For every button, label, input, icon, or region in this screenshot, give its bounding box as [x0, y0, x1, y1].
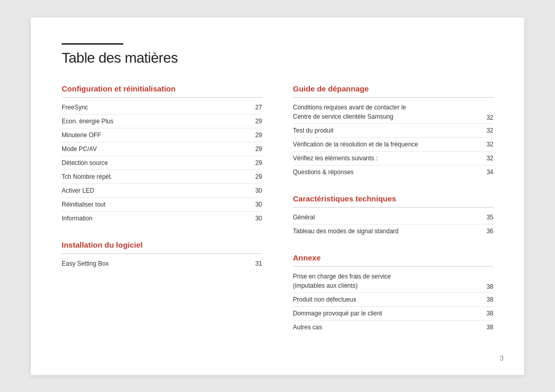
- section-caracteristiques-title: Caractéristiques techniques: [293, 194, 493, 203]
- item-label: Général: [293, 213, 483, 222]
- list-item: Activer LED 30: [62, 184, 262, 198]
- list-item: Produit non défectueux 38: [293, 293, 493, 307]
- item-label: Produit non défectueux: [293, 295, 483, 304]
- list-item: Information 30: [62, 212, 262, 225]
- item-page: 31: [252, 260, 262, 267]
- item-page: 32: [483, 127, 493, 134]
- item-page: 36: [483, 228, 493, 235]
- item-label: Activer LED: [62, 186, 252, 195]
- section-config-title: Configuration et réinitialisation: [62, 84, 262, 93]
- item-label: Questions & réponses: [293, 167, 483, 177]
- item-label: Information: [62, 214, 252, 223]
- section-config-divider: [62, 97, 262, 98]
- page-title: Table des matières: [62, 50, 493, 66]
- list-item: Mode PC/AV 29: [62, 142, 262, 156]
- item-page: 29: [252, 159, 262, 166]
- item-page: 29: [252, 132, 262, 139]
- item-label-line1: Conditions requises avant de contacter l…: [293, 104, 406, 111]
- content-grid: Configuration et réinitialisation FreeSy…: [62, 84, 493, 349]
- item-label-line1: Prise en charge des frais de service: [293, 273, 391, 280]
- list-item: Tch Nombre répét. 29: [62, 170, 262, 184]
- section-guide-divider: [293, 97, 493, 98]
- item-label: Mode PC/AV: [62, 144, 252, 154]
- page-title-area: Table des matières: [62, 43, 493, 66]
- item-label: Easy Setting Box: [62, 259, 252, 268]
- list-item: Questions & réponses 34: [293, 165, 493, 179]
- item-page: 38: [483, 283, 493, 290]
- list-item: Général 35: [293, 211, 493, 225]
- item-page: 32: [483, 141, 493, 148]
- multiline-row: Prise en charge des frais de service (im…: [293, 272, 493, 290]
- section-caracteristiques: Caractéristiques techniques Général 35 T…: [293, 194, 493, 238]
- item-label: Vérifiez les éléments suivants :: [293, 154, 483, 163]
- list-item: Détection source 29: [62, 156, 262, 170]
- list-item: Dommage provoqué par le client 38: [293, 307, 493, 321]
- item-page: 35: [483, 214, 493, 221]
- list-item: Vérifiez les éléments suivants : 32: [293, 152, 493, 165]
- left-column: Configuration et réinitialisation FreeSy…: [62, 84, 262, 349]
- item-page: 38: [483, 324, 493, 331]
- item-label: Réinitialiser tout: [62, 200, 252, 209]
- list-item: Test du produit 32: [293, 124, 493, 138]
- item-page: 30: [252, 215, 262, 222]
- page-number: 3: [499, 354, 504, 362]
- page-container: Table des matières Configuration et réin…: [31, 17, 524, 375]
- section-annexe: Annexe Prise en charge des frais de serv…: [293, 253, 493, 334]
- section-guide: Guide de dépannage Conditions requises a…: [293, 84, 493, 179]
- item-page: 30: [252, 201, 262, 208]
- item-label: Econ. énergie Plus: [62, 117, 252, 126]
- section-installation: Installation du logiciel Easy Setting Bo…: [62, 240, 262, 270]
- item-label: Autres cas: [293, 323, 483, 332]
- item-label: Détection source: [62, 158, 252, 167]
- list-item: Econ. énergie Plus 29: [62, 115, 262, 128]
- item-page: 32: [483, 114, 493, 121]
- section-config: Configuration et réinitialisation FreeSy…: [62, 84, 262, 225]
- list-item: Vérification de la résolution et de la f…: [293, 138, 493, 152]
- section-installation-divider: [62, 253, 262, 254]
- section-caracteristiques-divider: [293, 207, 493, 208]
- section-annexe-divider: [293, 266, 493, 267]
- item-label: FreeSync: [62, 103, 252, 112]
- item-label: Test du produit: [293, 126, 483, 135]
- item-page: 34: [483, 169, 493, 176]
- item-page: 30: [252, 187, 262, 194]
- item-page: 32: [483, 155, 493, 162]
- section-installation-title: Installation du logiciel: [62, 240, 262, 249]
- section-guide-title: Guide de dépannage: [293, 84, 493, 93]
- list-item: Autres cas 38: [293, 321, 493, 334]
- item-label: Tableau des modes de signal standard: [293, 227, 483, 236]
- section-annexe-title: Annexe: [293, 253, 493, 262]
- item-label: Vérification de la résolution et de la f…: [293, 140, 483, 149]
- list-item: Minuterie OFF 29: [62, 128, 262, 142]
- item-label: Minuterie OFF: [62, 130, 252, 140]
- list-item: Conditions requises avant de contacter l…: [293, 101, 493, 124]
- item-page: 29: [252, 118, 262, 125]
- item-page: 29: [252, 145, 262, 153]
- right-column: Guide de dépannage Conditions requises a…: [293, 84, 493, 349]
- item-label-line2: Centre de service clientèle Samsung: [293, 113, 393, 120]
- item-label: Tch Nombre répét.: [62, 172, 252, 181]
- list-item: FreeSync 27: [62, 101, 262, 115]
- item-page: 38: [483, 296, 493, 303]
- item-page: 29: [252, 173, 262, 180]
- item-label-multiline: Prise en charge des frais de service (im…: [293, 272, 483, 290]
- multiline-row: Conditions requises avant de contacter l…: [293, 103, 493, 121]
- list-item: Easy Setting Box 31: [62, 257, 262, 270]
- list-item: Prise en charge des frais de service (im…: [293, 270, 493, 293]
- list-item: Réinitialiser tout 30: [62, 198, 262, 212]
- title-decoration: [62, 43, 123, 45]
- list-item: Tableau des modes de signal standard 36: [293, 225, 493, 238]
- item-label: Dommage provoqué par le client: [293, 309, 483, 318]
- item-label-line2: (imputables aux clients): [293, 282, 358, 289]
- item-page: 27: [252, 104, 262, 111]
- item-label-multiline: Conditions requises avant de contacter l…: [293, 103, 483, 121]
- item-page: 38: [483, 310, 493, 317]
